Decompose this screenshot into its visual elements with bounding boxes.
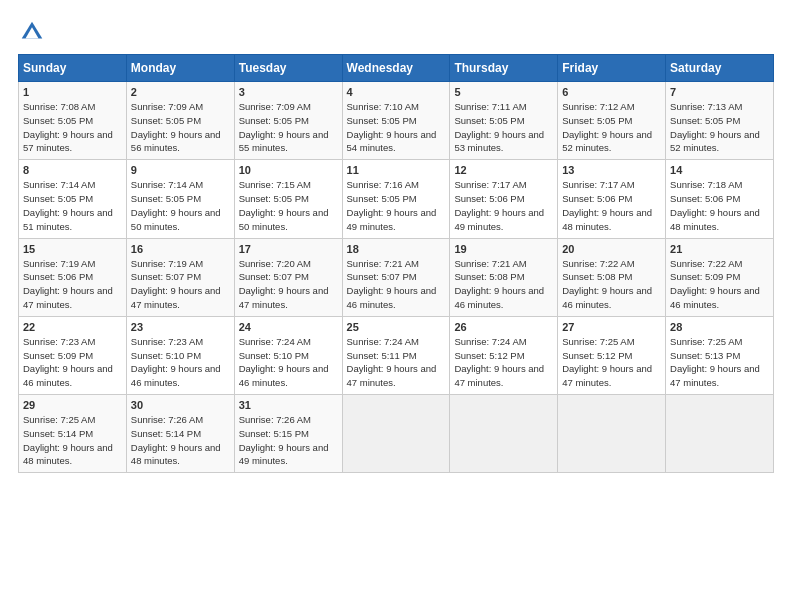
day-number: 8 (23, 164, 122, 176)
calendar-cell: 9Sunrise: 7:14 AMSunset: 5:05 PMDaylight… (126, 160, 234, 238)
calendar-cell: 19Sunrise: 7:21 AMSunset: 5:08 PMDayligh… (450, 238, 558, 316)
day-detail: Sunrise: 7:23 AMSunset: 5:10 PMDaylight:… (131, 336, 221, 388)
day-detail: Sunrise: 7:13 AMSunset: 5:05 PMDaylight:… (670, 101, 760, 153)
calendar-cell: 10Sunrise: 7:15 AMSunset: 5:05 PMDayligh… (234, 160, 342, 238)
day-number: 24 (239, 321, 338, 333)
col-header-friday: Friday (558, 55, 666, 82)
calendar-cell: 4Sunrise: 7:10 AMSunset: 5:05 PMDaylight… (342, 82, 450, 160)
day-number: 10 (239, 164, 338, 176)
day-number: 23 (131, 321, 230, 333)
col-header-tuesday: Tuesday (234, 55, 342, 82)
day-number: 9 (131, 164, 230, 176)
calendar-cell: 23Sunrise: 7:23 AMSunset: 5:10 PMDayligh… (126, 316, 234, 394)
day-number: 26 (454, 321, 553, 333)
week-row-1: 1Sunrise: 7:08 AMSunset: 5:05 PMDaylight… (19, 82, 774, 160)
calendar-cell: 11Sunrise: 7:16 AMSunset: 5:05 PMDayligh… (342, 160, 450, 238)
day-detail: Sunrise: 7:12 AMSunset: 5:05 PMDaylight:… (562, 101, 652, 153)
day-number: 12 (454, 164, 553, 176)
day-detail: Sunrise: 7:26 AMSunset: 5:14 PMDaylight:… (131, 414, 221, 466)
calendar-cell: 28Sunrise: 7:25 AMSunset: 5:13 PMDayligh… (666, 316, 774, 394)
day-detail: Sunrise: 7:22 AMSunset: 5:08 PMDaylight:… (562, 258, 652, 310)
day-number: 1 (23, 86, 122, 98)
logo-icon (18, 18, 46, 46)
day-number: 20 (562, 243, 661, 255)
day-detail: Sunrise: 7:19 AMSunset: 5:07 PMDaylight:… (131, 258, 221, 310)
day-detail: Sunrise: 7:17 AMSunset: 5:06 PMDaylight:… (454, 179, 544, 231)
day-number: 13 (562, 164, 661, 176)
day-number: 27 (562, 321, 661, 333)
calendar-cell: 14Sunrise: 7:18 AMSunset: 5:06 PMDayligh… (666, 160, 774, 238)
calendar-container: SundayMondayTuesdayWednesdayThursdayFrid… (0, 0, 792, 483)
col-header-sunday: Sunday (19, 55, 127, 82)
calendar-cell: 24Sunrise: 7:24 AMSunset: 5:10 PMDayligh… (234, 316, 342, 394)
calendar-cell: 3Sunrise: 7:09 AMSunset: 5:05 PMDaylight… (234, 82, 342, 160)
logo (18, 18, 50, 46)
day-number: 5 (454, 86, 553, 98)
day-detail: Sunrise: 7:14 AMSunset: 5:05 PMDaylight:… (23, 179, 113, 231)
day-detail: Sunrise: 7:09 AMSunset: 5:05 PMDaylight:… (239, 101, 329, 153)
col-header-thursday: Thursday (450, 55, 558, 82)
calendar-cell: 7Sunrise: 7:13 AMSunset: 5:05 PMDaylight… (666, 82, 774, 160)
day-number: 11 (347, 164, 446, 176)
header-row-days: SundayMondayTuesdayWednesdayThursdayFrid… (19, 55, 774, 82)
day-detail: Sunrise: 7:14 AMSunset: 5:05 PMDaylight:… (131, 179, 221, 231)
calendar-cell (342, 395, 450, 473)
day-detail: Sunrise: 7:25 AMSunset: 5:13 PMDaylight:… (670, 336, 760, 388)
calendar-cell: 15Sunrise: 7:19 AMSunset: 5:06 PMDayligh… (19, 238, 127, 316)
calendar-cell (450, 395, 558, 473)
day-number: 7 (670, 86, 769, 98)
calendar-cell: 31Sunrise: 7:26 AMSunset: 5:15 PMDayligh… (234, 395, 342, 473)
day-number: 16 (131, 243, 230, 255)
calendar-cell: 8Sunrise: 7:14 AMSunset: 5:05 PMDaylight… (19, 160, 127, 238)
calendar-table: SundayMondayTuesdayWednesdayThursdayFrid… (18, 54, 774, 473)
day-detail: Sunrise: 7:24 AMSunset: 5:11 PMDaylight:… (347, 336, 437, 388)
day-detail: Sunrise: 7:24 AMSunset: 5:10 PMDaylight:… (239, 336, 329, 388)
day-number: 19 (454, 243, 553, 255)
day-number: 31 (239, 399, 338, 411)
week-row-2: 8Sunrise: 7:14 AMSunset: 5:05 PMDaylight… (19, 160, 774, 238)
day-number: 28 (670, 321, 769, 333)
day-detail: Sunrise: 7:21 AMSunset: 5:07 PMDaylight:… (347, 258, 437, 310)
day-detail: Sunrise: 7:19 AMSunset: 5:06 PMDaylight:… (23, 258, 113, 310)
calendar-cell: 21Sunrise: 7:22 AMSunset: 5:09 PMDayligh… (666, 238, 774, 316)
calendar-cell: 25Sunrise: 7:24 AMSunset: 5:11 PMDayligh… (342, 316, 450, 394)
day-detail: Sunrise: 7:16 AMSunset: 5:05 PMDaylight:… (347, 179, 437, 231)
day-detail: Sunrise: 7:08 AMSunset: 5:05 PMDaylight:… (23, 101, 113, 153)
calendar-cell (558, 395, 666, 473)
day-number: 4 (347, 86, 446, 98)
day-number: 3 (239, 86, 338, 98)
day-detail: Sunrise: 7:22 AMSunset: 5:09 PMDaylight:… (670, 258, 760, 310)
day-detail: Sunrise: 7:18 AMSunset: 5:06 PMDaylight:… (670, 179, 760, 231)
calendar-cell: 30Sunrise: 7:26 AMSunset: 5:14 PMDayligh… (126, 395, 234, 473)
day-detail: Sunrise: 7:20 AMSunset: 5:07 PMDaylight:… (239, 258, 329, 310)
day-number: 29 (23, 399, 122, 411)
calendar-cell: 20Sunrise: 7:22 AMSunset: 5:08 PMDayligh… (558, 238, 666, 316)
day-number: 30 (131, 399, 230, 411)
header-row (18, 18, 774, 46)
calendar-cell: 18Sunrise: 7:21 AMSunset: 5:07 PMDayligh… (342, 238, 450, 316)
week-row-4: 22Sunrise: 7:23 AMSunset: 5:09 PMDayligh… (19, 316, 774, 394)
day-number: 15 (23, 243, 122, 255)
calendar-cell: 16Sunrise: 7:19 AMSunset: 5:07 PMDayligh… (126, 238, 234, 316)
day-number: 22 (23, 321, 122, 333)
day-number: 17 (239, 243, 338, 255)
calendar-cell: 6Sunrise: 7:12 AMSunset: 5:05 PMDaylight… (558, 82, 666, 160)
day-detail: Sunrise: 7:15 AMSunset: 5:05 PMDaylight:… (239, 179, 329, 231)
day-detail: Sunrise: 7:24 AMSunset: 5:12 PMDaylight:… (454, 336, 544, 388)
calendar-cell: 2Sunrise: 7:09 AMSunset: 5:05 PMDaylight… (126, 82, 234, 160)
day-number: 25 (347, 321, 446, 333)
day-detail: Sunrise: 7:10 AMSunset: 5:05 PMDaylight:… (347, 101, 437, 153)
calendar-cell (666, 395, 774, 473)
calendar-cell: 29Sunrise: 7:25 AMSunset: 5:14 PMDayligh… (19, 395, 127, 473)
day-detail: Sunrise: 7:17 AMSunset: 5:06 PMDaylight:… (562, 179, 652, 231)
col-header-monday: Monday (126, 55, 234, 82)
calendar-cell: 12Sunrise: 7:17 AMSunset: 5:06 PMDayligh… (450, 160, 558, 238)
day-detail: Sunrise: 7:21 AMSunset: 5:08 PMDaylight:… (454, 258, 544, 310)
col-header-saturday: Saturday (666, 55, 774, 82)
day-number: 21 (670, 243, 769, 255)
day-number: 14 (670, 164, 769, 176)
calendar-cell: 13Sunrise: 7:17 AMSunset: 5:06 PMDayligh… (558, 160, 666, 238)
day-detail: Sunrise: 7:23 AMSunset: 5:09 PMDaylight:… (23, 336, 113, 388)
day-detail: Sunrise: 7:11 AMSunset: 5:05 PMDaylight:… (454, 101, 544, 153)
calendar-cell: 26Sunrise: 7:24 AMSunset: 5:12 PMDayligh… (450, 316, 558, 394)
